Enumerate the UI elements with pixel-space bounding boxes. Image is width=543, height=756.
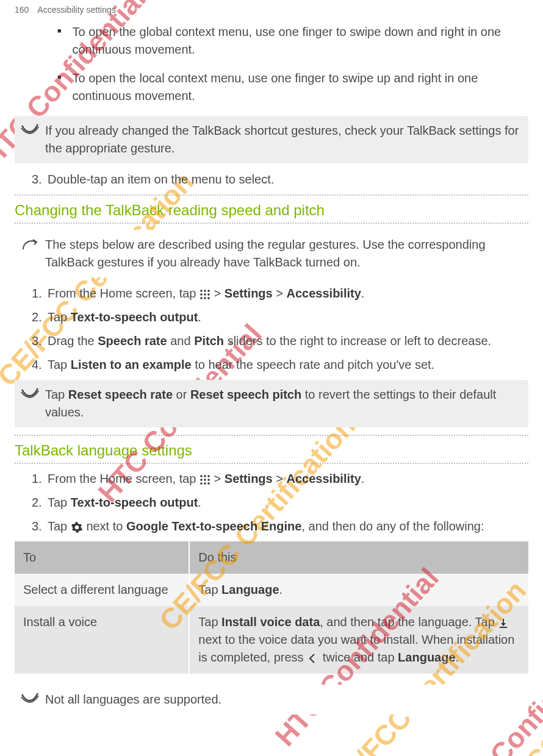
apps-grid-icon <box>200 289 210 300</box>
note-text: or <box>176 388 190 401</box>
tip-icon <box>21 237 38 252</box>
step-bold: Accessibility <box>287 472 361 485</box>
bullet-text: To open the local context menu, use one … <box>72 70 523 105</box>
svg-point-10 <box>204 475 206 477</box>
list-item: 3. Drag the Speech rate and Pitch slider… <box>32 332 528 350</box>
page-header: 160 Accessibility settings <box>15 0 528 23</box>
svg-point-4 <box>204 293 206 296</box>
cell-text: . <box>456 651 459 664</box>
table-header: Do this <box>189 541 528 574</box>
step-bold: Text-to-speech output <box>71 310 198 324</box>
table-cell: Tap Language. <box>189 574 528 606</box>
step-text: > <box>276 287 286 300</box>
step-text: next to <box>86 519 126 533</box>
cell-bold: Install voice data <box>221 615 320 629</box>
table-row: Install a voice Tap Install voice data, … <box>15 606 528 674</box>
svg-point-11 <box>207 475 210 477</box>
step-number: 2. <box>32 494 42 512</box>
note-box: If you already changed the TalkBack shor… <box>15 116 528 163</box>
step-number: 1. <box>32 470 42 488</box>
svg-point-7 <box>204 297 206 299</box>
step-number: 2. <box>32 308 42 326</box>
step-text: . <box>361 472 365 485</box>
svg-point-5 <box>207 293 210 296</box>
cell-text: Tap <box>198 615 221 629</box>
step-bold: Pitch <box>194 334 224 348</box>
table-cell: Select a different language <box>15 574 189 606</box>
svg-point-2 <box>207 290 210 292</box>
divider <box>15 223 528 224</box>
gear-icon <box>71 521 83 533</box>
divider <box>15 194 528 196</box>
step-text: Drag the <box>48 334 98 348</box>
svg-point-14 <box>207 479 210 481</box>
divider <box>15 463 528 464</box>
step-text: Tap <box>48 358 71 371</box>
section-heading: TalkBack language settings <box>15 442 528 459</box>
back-icon <box>307 652 319 665</box>
page-number: 160 <box>15 5 29 15</box>
cell-text: twice and tap <box>323 651 398 664</box>
step-text: and <box>170 334 194 348</box>
section-name: Accessibility settings <box>37 5 115 15</box>
cell-text: Tap <box>198 583 221 596</box>
note-text: Tap <box>45 388 68 401</box>
divider <box>15 435 528 436</box>
step-text: sliders to the right to increase or left… <box>228 334 491 348</box>
note-text: Not all languages are supported. <box>45 693 221 706</box>
step-text: . <box>198 310 201 324</box>
step-text: . <box>198 496 201 509</box>
svg-point-1 <box>204 290 206 292</box>
list-item: 3. Tap next to Google Text-to-speech Eng… <box>32 518 528 535</box>
svg-point-9 <box>200 475 203 477</box>
step-bold: Settings <box>225 287 273 300</box>
note-text: If you already changed the TalkBack shor… <box>45 124 519 155</box>
gesture-bullets: ■ To open the global context menu, use o… <box>15 23 528 105</box>
step-number: 3. <box>32 171 42 188</box>
step-number: 3. <box>32 518 42 535</box>
svg-point-6 <box>200 297 203 299</box>
step-text: From the Home screen, tap <box>48 287 200 300</box>
list-item: ■ To open the local context menu, use on… <box>57 70 528 105</box>
table-header-row: To Do this <box>15 541 528 574</box>
svg-point-3 <box>200 293 203 296</box>
options-table: To Do this Select a different language T… <box>15 541 528 674</box>
table-row: Select a different language Tap Language… <box>15 574 528 606</box>
svg-point-16 <box>204 482 206 485</box>
svg-point-8 <box>207 297 210 299</box>
svg-point-13 <box>204 479 206 481</box>
section2-steps: 1. From the Home screen, tap > Settings … <box>15 470 528 535</box>
bullet-text: To open the global context menu, use one… <box>72 23 523 59</box>
intro-continued-steps: 3. Double-tap an item on the menu to sel… <box>15 171 528 188</box>
apps-grid-icon <box>200 474 210 485</box>
list-item: 3. Double-tap an item on the menu to sel… <box>32 171 528 188</box>
step-bold: Speech rate <box>98 334 167 348</box>
list-item: 2. Tap Text-to-speech output. <box>32 494 528 512</box>
step-bold: Settings <box>225 472 273 485</box>
section-heading: Changing the TalkBack reading speed and … <box>15 202 528 219</box>
list-item: 1. From the Home screen, tap > Settings … <box>32 470 528 488</box>
step-text: > <box>276 472 286 485</box>
list-item: 4. Tap Listen to an example to hear the … <box>32 356 528 374</box>
step-text: Tap <box>48 519 71 533</box>
cell-bold: Language <box>221 583 279 596</box>
step-text: > <box>214 472 225 485</box>
step-text: Tap <box>48 310 71 324</box>
step-text: , and then do any of the following: <box>301 519 484 533</box>
note-box: Not all languages are supported. <box>15 685 528 715</box>
step-text: to hear the speech rate and pitch you've… <box>195 358 434 371</box>
table-header: To <box>15 541 189 574</box>
note-icon <box>21 692 39 704</box>
note-icon <box>21 123 39 135</box>
note-bold: Reset speech pitch <box>190 388 301 401</box>
step-number: 3. <box>32 332 42 350</box>
section1-steps: 1. From the Home screen, tap > Settings … <box>15 285 528 374</box>
note-icon <box>21 387 39 399</box>
step-text: From the Home screen, tap <box>48 472 200 485</box>
cell-text: . <box>279 583 283 596</box>
table-cell: Install a voice <box>15 606 189 674</box>
step-text: Double-tap an item on the menu to select… <box>48 173 274 186</box>
list-item: 2. Tap Text-to-speech output. <box>32 308 528 326</box>
table-cell: Tap Install voice data, and then tap the… <box>189 606 528 674</box>
list-item: ■ To open the global context menu, use o… <box>57 23 528 59</box>
